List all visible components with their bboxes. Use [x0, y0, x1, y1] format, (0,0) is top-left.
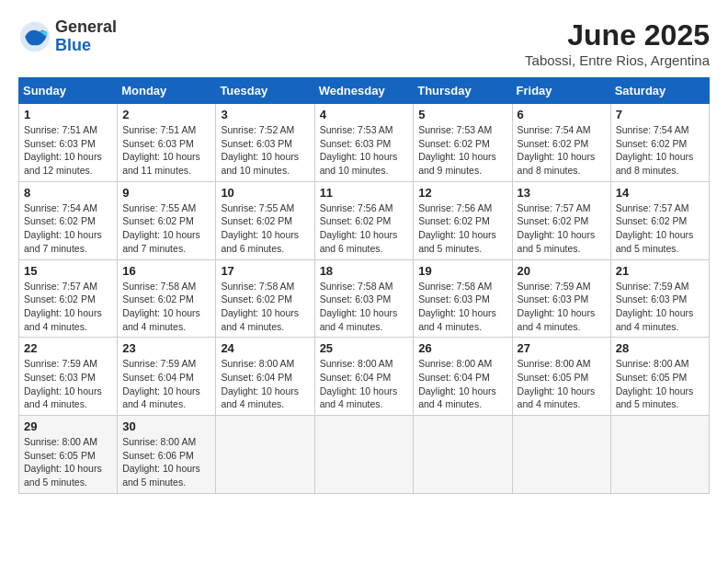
- calendar: SundayMondayTuesdayWednesdayThursdayFrid…: [18, 77, 710, 494]
- day-info: Sunrise: 7:59 AMSunset: 6:04 PMDaylight:…: [122, 357, 210, 411]
- day-number: 22: [24, 341, 112, 355]
- day-info: Sunrise: 8:00 AMSunset: 6:05 PMDaylight:…: [616, 357, 704, 411]
- day-cell-3: 3Sunrise: 7:52 AMSunset: 6:03 PMDaylight…: [216, 104, 314, 182]
- day-cell-19: 19Sunrise: 7:58 AMSunset: 6:03 PMDayligh…: [414, 259, 512, 338]
- week-row-5: 29Sunrise: 8:00 AMSunset: 6:05 PMDayligh…: [19, 416, 710, 494]
- weekday-header-tuesday: Tuesday: [216, 78, 314, 104]
- day-cell-27: 27Sunrise: 8:00 AMSunset: 6:05 PMDayligh…: [512, 338, 610, 416]
- day-info: Sunrise: 7:58 AMSunset: 6:03 PMDaylight:…: [320, 280, 409, 334]
- page-header: General Blue June 2025 Tabossi, Entre Ri…: [18, 18, 710, 68]
- day-info: Sunrise: 8:00 AMSunset: 6:04 PMDaylight:…: [320, 357, 409, 411]
- day-number: 26: [418, 341, 506, 355]
- day-info: Sunrise: 7:51 AMSunset: 6:03 PMDaylight:…: [122, 123, 210, 178]
- day-number: 21: [616, 264, 704, 278]
- day-info: Sunrise: 7:58 AMSunset: 6:02 PMDaylight:…: [122, 280, 210, 334]
- month-year: June 2025: [525, 18, 710, 52]
- day-number: 2: [122, 108, 210, 121]
- day-cell-13: 13Sunrise: 7:57 AMSunset: 6:02 PMDayligh…: [512, 181, 610, 259]
- day-info: Sunrise: 8:00 AMSunset: 6:04 PMDaylight:…: [221, 357, 309, 411]
- day-cell-24: 24Sunrise: 8:00 AMSunset: 6:04 PMDayligh…: [216, 338, 314, 416]
- day-cell-empty: [610, 416, 709, 494]
- day-number: 9: [122, 186, 210, 200]
- day-info: Sunrise: 8:00 AMSunset: 6:05 PMDaylight:…: [24, 435, 112, 489]
- day-cell-15: 15Sunrise: 7:57 AMSunset: 6:02 PMDayligh…: [19, 259, 118, 338]
- day-info: Sunrise: 7:59 AMSunset: 6:03 PMDaylight:…: [616, 280, 704, 334]
- day-info: Sunrise: 7:58 AMSunset: 6:02 PMDaylight:…: [221, 280, 309, 334]
- day-info: Sunrise: 7:53 AMSunset: 6:02 PMDaylight:…: [418, 123, 506, 178]
- day-info: Sunrise: 7:54 AMSunset: 6:02 PMDaylight:…: [24, 201, 112, 256]
- week-row-3: 15Sunrise: 7:57 AMSunset: 6:02 PMDayligh…: [19, 259, 710, 338]
- week-row-1: 1Sunrise: 7:51 AMSunset: 6:03 PMDaylight…: [19, 104, 710, 182]
- day-info: Sunrise: 7:51 AMSunset: 6:03 PMDaylight:…: [24, 123, 112, 178]
- day-info: Sunrise: 7:56 AMSunset: 6:02 PMDaylight:…: [418, 201, 506, 256]
- day-cell-5: 5Sunrise: 7:53 AMSunset: 6:02 PMDaylight…: [414, 104, 512, 182]
- day-info: Sunrise: 8:00 AMSunset: 6:06 PMDaylight:…: [122, 435, 210, 489]
- day-cell-26: 26Sunrise: 8:00 AMSunset: 6:04 PMDayligh…: [414, 338, 512, 416]
- day-cell-25: 25Sunrise: 8:00 AMSunset: 6:04 PMDayligh…: [314, 338, 414, 416]
- day-info: Sunrise: 7:59 AMSunset: 6:03 PMDaylight:…: [518, 280, 606, 334]
- day-number: 15: [24, 264, 112, 278]
- day-info: Sunrise: 7:55 AMSunset: 6:02 PMDaylight:…: [221, 201, 309, 256]
- day-info: Sunrise: 7:59 AMSunset: 6:03 PMDaylight:…: [24, 357, 112, 411]
- day-cell-17: 17Sunrise: 7:58 AMSunset: 6:02 PMDayligh…: [216, 259, 314, 338]
- day-cell-28: 28Sunrise: 8:00 AMSunset: 6:05 PMDayligh…: [610, 338, 709, 416]
- day-cell-7: 7Sunrise: 7:54 AMSunset: 6:02 PMDaylight…: [610, 104, 709, 182]
- day-cell-empty: [314, 416, 414, 494]
- weekday-header-wednesday: Wednesday: [314, 78, 414, 104]
- title-block: June 2025 Tabossi, Entre Rios, Argentina: [525, 18, 710, 68]
- day-info: Sunrise: 7:53 AMSunset: 6:03 PMDaylight:…: [320, 123, 409, 178]
- day-cell-1: 1Sunrise: 7:51 AMSunset: 6:03 PMDaylight…: [19, 104, 118, 182]
- day-cell-23: 23Sunrise: 7:59 AMSunset: 6:04 PMDayligh…: [118, 338, 216, 416]
- day-number: 24: [221, 341, 309, 355]
- day-cell-16: 16Sunrise: 7:58 AMSunset: 6:02 PMDayligh…: [118, 259, 216, 338]
- day-info: Sunrise: 7:58 AMSunset: 6:03 PMDaylight:…: [418, 280, 506, 334]
- weekday-header-thursday: Thursday: [414, 78, 512, 104]
- day-info: Sunrise: 7:57 AMSunset: 6:02 PMDaylight:…: [518, 201, 606, 256]
- day-cell-8: 8Sunrise: 7:54 AMSunset: 6:02 PMDaylight…: [19, 181, 118, 259]
- day-info: Sunrise: 7:57 AMSunset: 6:02 PMDaylight:…: [24, 280, 112, 334]
- day-info: Sunrise: 7:55 AMSunset: 6:02 PMDaylight:…: [122, 201, 210, 256]
- day-info: Sunrise: 7:52 AMSunset: 6:03 PMDaylight:…: [221, 123, 309, 178]
- day-cell-12: 12Sunrise: 7:56 AMSunset: 6:02 PMDayligh…: [414, 181, 512, 259]
- weekday-header-friday: Friday: [512, 78, 610, 104]
- location: Tabossi, Entre Rios, Argentina: [525, 52, 710, 68]
- day-number: 17: [221, 264, 309, 278]
- day-cell-4: 4Sunrise: 7:53 AMSunset: 6:03 PMDaylight…: [314, 104, 414, 182]
- day-number: 29: [24, 419, 112, 433]
- day-number: 3: [221, 108, 309, 121]
- day-cell-30: 30Sunrise: 8:00 AMSunset: 6:06 PMDayligh…: [118, 416, 216, 494]
- day-info: Sunrise: 7:56 AMSunset: 6:02 PMDaylight:…: [320, 201, 409, 256]
- day-number: 14: [616, 186, 704, 200]
- day-number: 20: [518, 264, 606, 278]
- day-info: Sunrise: 7:54 AMSunset: 6:02 PMDaylight:…: [616, 123, 704, 178]
- day-number: 1: [24, 108, 112, 121]
- day-number: 6: [518, 108, 606, 121]
- day-number: 4: [320, 108, 409, 121]
- day-number: 13: [518, 186, 606, 200]
- day-number: 27: [518, 341, 606, 355]
- day-number: 28: [616, 341, 704, 355]
- day-cell-18: 18Sunrise: 7:58 AMSunset: 6:03 PMDayligh…: [314, 259, 414, 338]
- day-number: 23: [122, 341, 210, 355]
- week-row-4: 22Sunrise: 7:59 AMSunset: 6:03 PMDayligh…: [19, 338, 710, 416]
- day-info: Sunrise: 7:57 AMSunset: 6:02 PMDaylight:…: [616, 201, 704, 256]
- weekday-header-monday: Monday: [118, 78, 216, 104]
- day-number: 10: [221, 186, 309, 200]
- day-number: 16: [122, 264, 210, 278]
- day-cell-21: 21Sunrise: 7:59 AMSunset: 6:03 PMDayligh…: [610, 259, 709, 338]
- weekday-header-sunday: Sunday: [19, 78, 118, 104]
- day-cell-6: 6Sunrise: 7:54 AMSunset: 6:02 PMDaylight…: [512, 104, 610, 182]
- day-cell-14: 14Sunrise: 7:57 AMSunset: 6:02 PMDayligh…: [610, 181, 709, 259]
- day-cell-empty: [414, 416, 512, 494]
- logo: General Blue: [18, 18, 117, 55]
- day-number: 25: [320, 341, 409, 355]
- day-number: 18: [320, 264, 409, 278]
- day-cell-empty: [216, 416, 314, 494]
- week-row-2: 8Sunrise: 7:54 AMSunset: 6:02 PMDaylight…: [19, 181, 710, 259]
- day-number: 19: [418, 264, 506, 278]
- day-number: 30: [122, 419, 210, 433]
- day-number: 7: [616, 108, 704, 121]
- day-cell-22: 22Sunrise: 7:59 AMSunset: 6:03 PMDayligh…: [19, 338, 118, 416]
- weekday-header-row: SundayMondayTuesdayWednesdayThursdayFrid…: [19, 78, 710, 104]
- day-cell-11: 11Sunrise: 7:56 AMSunset: 6:02 PMDayligh…: [314, 181, 414, 259]
